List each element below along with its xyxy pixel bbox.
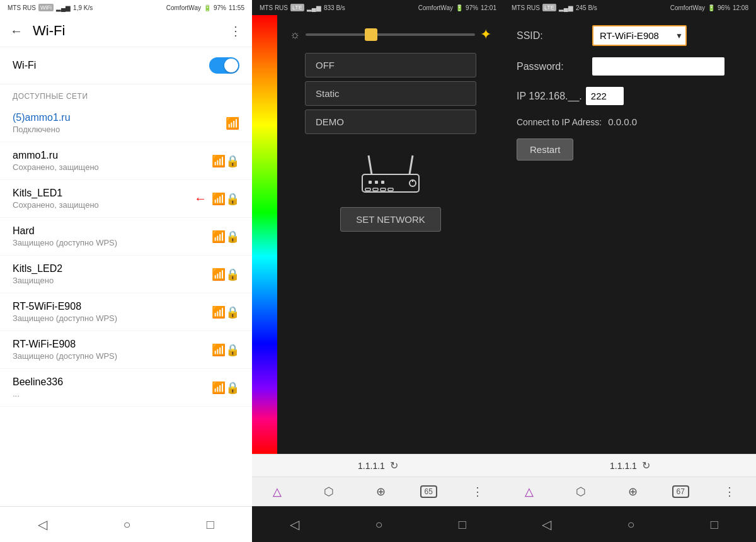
list-item[interactable]: RT-5WiFi-E908 Защищено (доступно WPS) 📶🔒 (0, 293, 252, 331)
recent-nav-button[interactable]: □ (197, 515, 224, 534)
network-name: Hard (13, 225, 212, 237)
brightness-row: ☼ ✦ (284, 21, 498, 48)
home-nav-button-3[interactable]: ○ (617, 515, 644, 534)
list-item[interactable]: Kitls_LED2 Защищено 📶🔒 (0, 256, 252, 293)
nav-bar-3: ◁ ○ □ (504, 506, 756, 542)
brightness-slider[interactable] (306, 33, 476, 36)
back-button[interactable]: ← (10, 24, 23, 38)
network-info: (5)ammo1.ru Подключено (13, 112, 226, 134)
list-item[interactable]: RT-WiFi-E908 Защищено (доступно WPS) 📶🔒 (0, 331, 252, 369)
network-type-3: LTE (542, 4, 556, 11)
wifi-title: Wi-Fi (33, 23, 219, 39)
list-item[interactable]: Hard Защищено (доступно WPS) 📶🔒 (0, 218, 252, 256)
speed-2: 833 B/s (324, 4, 345, 11)
status-bar-2: MTS RUS LTE ▂▄▆ 833 B/s ComfortWay 🔋 97%… (252, 0, 504, 15)
static-mode-button[interactable]: Static (305, 81, 476, 106)
recent-nav-button-3[interactable]: □ (701, 515, 728, 534)
password-label: Password: (517, 61, 586, 72)
password-input[interactable] (592, 57, 724, 76)
speed-3: 245 B/s (576, 4, 597, 11)
router-image (353, 149, 428, 200)
recent-nav-button-2[interactable]: □ (449, 515, 476, 534)
list-item[interactable]: ammo1.ru Сохранено, защищено 📶🔒 (0, 142, 252, 180)
available-networks-header: ДОСТУПНЫЕ СЕТИ (0, 84, 252, 104)
status-left-3: MTS RUS LTE ▂▄▆ 245 B/s (512, 4, 597, 11)
ip-row: IP 192.168.__. (517, 87, 743, 105)
network-info: Kitls_LED1 Сохранено, защищено (13, 188, 194, 210)
share-browser-icon-3[interactable]: ⬡ (568, 482, 593, 501)
sun-small-icon: ☼ (290, 28, 301, 42)
battery-icon-2: 🔋 (455, 4, 463, 11)
more-browser-icon-2[interactable]: ⋮ (464, 482, 491, 501)
restart-button[interactable]: Restart (517, 138, 573, 161)
wifi-toggle-switch[interactable] (209, 57, 239, 74)
label-1: ComfortWay (166, 4, 201, 11)
signal-3: ▂▄▆ (559, 4, 573, 11)
carrier-3: MTS RUS (512, 4, 540, 11)
network-name: ammo1.ru (13, 150, 212, 161)
network-status: Защищено (13, 276, 212, 285)
mode-buttons: OFF Static DEMO (305, 53, 476, 134)
refresh-icon-3[interactable]: ↻ (642, 460, 650, 471)
status-left-2: MTS RUS LTE ▂▄▆ 833 B/s (260, 4, 345, 11)
back-nav-button-3[interactable]: ◁ (532, 514, 561, 534)
network-name: (5)ammo1.ru (13, 112, 226, 123)
panel-wifi: MTS RUS WiFi ▂▄▆ 1,9 K/s ComfortWay 🔋 97… (0, 0, 252, 542)
list-item[interactable]: Beeline336 ... 📶🔒 (0, 369, 252, 407)
network-name: Kitls_LED2 (13, 263, 212, 274)
battery-3: 96% (718, 4, 730, 11)
red-arrow-indicator: ← (194, 191, 207, 206)
app-content: ☼ ✦ OFF Static DEMO (277, 15, 504, 454)
slider-thumb[interactable] (365, 28, 377, 41)
more-button[interactable]: ⋮ (229, 23, 242, 38)
back-nav-button-2[interactable]: ◁ (280, 514, 309, 534)
demo-mode-button[interactable]: DEMO (305, 110, 476, 134)
network-status: Защищено (доступно WPS) (13, 351, 212, 361)
browser-url-3: 1.1.1.1 (610, 461, 637, 471)
network-type-2: LTE (290, 4, 304, 11)
list-item[interactable]: Kitls_LED1 Сохранено, защищено ← 📶🔒 (0, 180, 252, 218)
back-nav-button[interactable]: ◁ (28, 514, 57, 534)
svg-rect-7 (373, 188, 378, 191)
network-status: Сохранено, защищено (13, 162, 212, 172)
home-browser-icon-2[interactable]: △ (265, 482, 289, 501)
home-nav-button[interactable]: ○ (113, 515, 140, 534)
ip-last-octet-input[interactable] (586, 87, 624, 105)
status-right-3: ComfortWay 🔋 96% 12:08 (670, 4, 748, 11)
browser-bar-3: 1.1.1.1 ↻ (504, 454, 756, 477)
sun-large-icon: ✦ (480, 26, 491, 43)
network-name: Kitls_LED1 (13, 188, 194, 199)
time-2: 12:01 (481, 4, 496, 11)
tab-count-2[interactable]: 65 (420, 485, 437, 498)
color-bar (252, 15, 277, 454)
svg-rect-5 (381, 181, 384, 184)
network-status: ... (13, 389, 212, 398)
set-network-button[interactable]: SET NETWORK (340, 207, 441, 232)
network-status: Подключено (13, 125, 226, 134)
tab-count-3[interactable]: 67 (672, 485, 689, 498)
router-svg (353, 149, 428, 200)
network-list: (5)ammo1.ru Подключено 📶 ammo1.ru Сохран… (0, 104, 252, 407)
status-right-2: ComfortWay 🔋 97% 12:01 (418, 4, 496, 11)
network-info: RT-WiFi-E908 Защищено (доступно WPS) (13, 339, 212, 361)
home-browser-icon-3[interactable]: △ (517, 482, 541, 501)
add-browser-icon-2[interactable]: ⊕ (369, 482, 393, 501)
ssid-select[interactable]: RT-WiFi-E908 RT-5WiFi-E908 Kitls_LED1 am… (592, 25, 687, 46)
carrier-2: MTS RUS (260, 4, 288, 11)
nav-bar-2: ◁ ○ □ (252, 506, 504, 542)
home-nav-button-2[interactable]: ○ (365, 515, 392, 534)
add-browser-icon-3[interactable]: ⊕ (621, 482, 645, 501)
wifi-signal-icon: 📶 (226, 116, 239, 130)
list-item[interactable]: (5)ammo1.ru Подключено 📶 (0, 104, 252, 142)
ssid-label: SSID: (517, 30, 586, 42)
time-1: 11:55 (229, 4, 244, 11)
browser-bar-2: 1.1.1.1 ↻ (252, 454, 504, 477)
time-3: 12:08 (733, 4, 748, 11)
label-2: ComfortWay (418, 4, 453, 11)
off-mode-button[interactable]: OFF (305, 53, 476, 77)
refresh-icon-2[interactable]: ↻ (390, 460, 398, 471)
network-name: Beeline336 (13, 376, 212, 388)
battery-2: 97% (466, 4, 478, 11)
share-browser-icon-2[interactable]: ⬡ (316, 482, 341, 501)
more-browser-icon-3[interactable]: ⋮ (716, 482, 743, 501)
